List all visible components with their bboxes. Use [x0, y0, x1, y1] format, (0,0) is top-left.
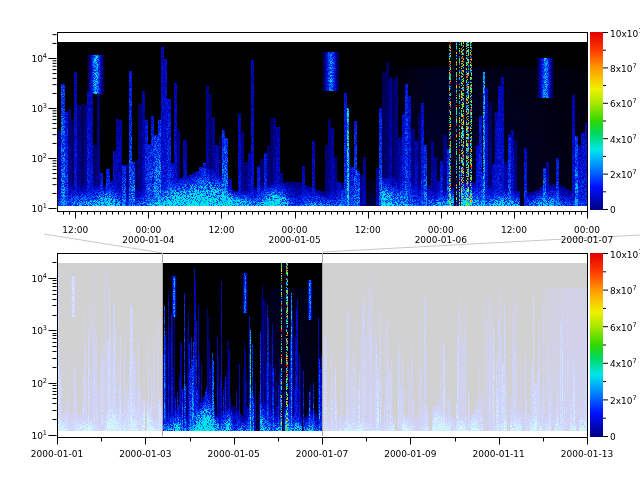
overview-x-tick-label: 2000-01-09 — [384, 450, 436, 459]
overview-x-tick-label: 2000-01-05 — [208, 450, 260, 459]
overview-colorbar-label: 0 — [610, 432, 616, 441]
spectrogram-figure: 12:0000:002000-01-0412:0000:002000-01-05… — [0, 0, 640, 480]
detail-y-tick-label: 104 — [17, 53, 47, 64]
overview-plot-frame — [57, 253, 588, 438]
detail-x-tick-label: 00:00 — [574, 226, 600, 235]
overview-y-tick-label: 102 — [17, 377, 47, 388]
detail-colorbar-label: 0 — [610, 205, 616, 214]
detail-colorbar-label: 10x107 — [610, 27, 640, 38]
detail-colorbar-label: 8x107 — [610, 62, 637, 73]
detail-x-tick-date: 2000-01-05 — [268, 236, 320, 245]
detail-x-tick-date: 2000-01-04 — [122, 236, 174, 245]
overview-colorbar-label: 2x107 — [610, 394, 637, 405]
overview-colorbar-label: 6x107 — [610, 321, 637, 332]
detail-x-tick-date: 2000-01-06 — [415, 236, 467, 245]
detail-colorbar — [590, 32, 603, 210]
detail-x-tick-label: 00:00 — [428, 226, 454, 235]
overview-x-tick-label: 2000-01-07 — [296, 450, 348, 459]
detail-x-tick-label: 12:00 — [355, 226, 381, 235]
detail-y-tick-label: 103 — [17, 103, 47, 114]
detail-colorbar-label: 6x107 — [610, 98, 637, 109]
detail-x-tick-date: 2000-01-07 — [561, 236, 613, 245]
detail-colorbar-label: 2x107 — [610, 169, 637, 180]
detail-colorbar-label: 4x107 — [610, 133, 637, 144]
overview-x-tick-label: 2000-01-13 — [561, 450, 613, 459]
detail-x-tick-label: 00:00 — [135, 226, 161, 235]
detail-x-tick-label: 12:00 — [501, 226, 527, 235]
overview-x-tick-label: 2000-01-01 — [31, 450, 83, 459]
overview-y-tick-label: 101 — [17, 429, 47, 440]
detail-x-tick-label: 12:00 — [62, 226, 88, 235]
overview-colorbar — [590, 253, 603, 437]
overview-y-tick-label: 103 — [17, 325, 47, 336]
detail-plot-frame — [57, 32, 588, 212]
overview-colorbar-label: 4x107 — [610, 358, 637, 369]
detail-x-tick-label: 00:00 — [282, 226, 308, 235]
detail-y-tick-label: 101 — [17, 203, 47, 214]
detail-y-tick-label: 102 — [17, 153, 47, 164]
overview-y-tick-label: 104 — [17, 273, 47, 284]
detail-x-tick-label: 12:00 — [209, 226, 235, 235]
overview-x-tick-label: 2000-01-11 — [473, 450, 525, 459]
overview-colorbar-label: 8x107 — [610, 285, 637, 296]
overview-x-tick-label: 2000-01-03 — [119, 450, 171, 459]
overview-colorbar-label: 10x107 — [610, 248, 640, 259]
